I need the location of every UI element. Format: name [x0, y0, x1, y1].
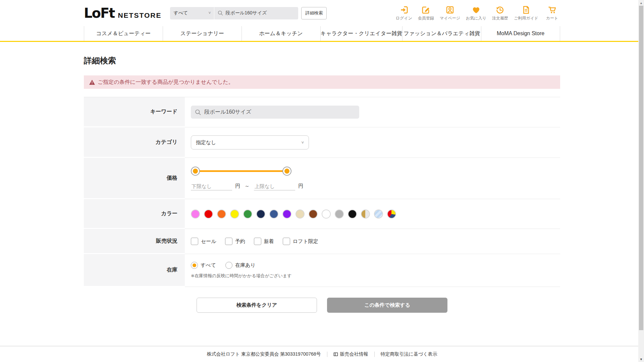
- nav-item-moma[interactable]: MoMA Design Store: [481, 26, 560, 41]
- price-row: 価格 円 ～ 円: [84, 158, 560, 199]
- member-register-icon: [421, 5, 430, 14]
- scrollbar-down-arrow[interactable]: ▼: [638, 356, 644, 362]
- header-search-input[interactable]: [226, 10, 295, 16]
- radio-stock-all-label: すべて: [201, 262, 216, 268]
- nav-item-stationery[interactable]: ステーショナリー: [163, 26, 241, 41]
- guide-link[interactable]: ご利用ガイド: [514, 5, 538, 21]
- color-swatch-navy[interactable]: [256, 209, 265, 219]
- clear-conditions-button[interactable]: 検索条件をクリア: [197, 298, 317, 313]
- keyword-row: キーワード: [84, 97, 560, 127]
- keyword-input[interactable]: [204, 109, 355, 115]
- error-message-text: ご指定の条件に一致する商品が見つかりませんでした。: [98, 79, 234, 86]
- member-register-link[interactable]: 会員登録: [418, 5, 434, 21]
- price-max-input[interactable]: [254, 182, 295, 190]
- nav-item-cosmetics[interactable]: コスメ＆ビューティー: [84, 26, 163, 41]
- checkbox-preorder-label: 予約: [235, 238, 245, 245]
- nav-item-character-goods[interactable]: キャラクター・クリエイター雑貨: [320, 26, 402, 41]
- color-swatch-orange[interactable]: [217, 209, 226, 219]
- price-range-separator: ～: [245, 183, 250, 189]
- checkbox-box[interactable]: [225, 238, 232, 245]
- price-slider-max-handle[interactable]: [282, 167, 291, 176]
- login-label: ログイン: [396, 15, 412, 21]
- price-max-unit: 円: [298, 183, 303, 189]
- checkbox-box[interactable]: [254, 238, 261, 245]
- nav-item-home-kitchen[interactable]: ホーム＆キッチン: [241, 26, 320, 41]
- radio-stock-in-stock[interactable]: 在庫あり: [225, 262, 256, 269]
- slider-track: [194, 170, 288, 172]
- checkbox-box[interactable]: [191, 238, 198, 245]
- search-with-conditions-button[interactable]: この条件で検索する: [327, 298, 447, 313]
- mypage-link[interactable]: マイページ: [440, 5, 460, 21]
- footer-divider: [327, 352, 327, 357]
- nav-item-fashion-variety[interactable]: ファッション＆バラエティ雑貨: [402, 26, 481, 41]
- color-swatch-brown[interactable]: [309, 209, 318, 219]
- color-swatch-blue[interactable]: [269, 209, 278, 219]
- footer-divider: [374, 352, 375, 357]
- color-swatches: [191, 209, 396, 219]
- cart-label: カート: [546, 15, 558, 21]
- loft-logo[interactable]: LoFt NETSTORE: [84, 5, 161, 21]
- radio-stock-in-stock-label: 在庫あり: [235, 262, 256, 268]
- checkbox-preorder[interactable]: 予約: [225, 238, 245, 245]
- login-link[interactable]: ログイン: [396, 5, 412, 21]
- price-range-slider: [191, 167, 291, 176]
- color-swatch-white[interactable]: [322, 209, 331, 219]
- login-icon: [399, 5, 409, 14]
- mypage-label: マイページ: [440, 15, 460, 21]
- guide-label: ご利用ガイド: [514, 15, 538, 21]
- footer-link-commercial-law[interactable]: 特定商取引法に基づく表示: [381, 351, 437, 357]
- footer-link-seller-info-label: 販売会社情報: [340, 351, 368, 357]
- advanced-search-form: キーワード カテゴリ 指定なし ˅: [84, 97, 560, 287]
- color-swatch-red[interactable]: [204, 209, 213, 219]
- detail-search-button[interactable]: 詳細検索: [301, 7, 327, 19]
- checkbox-loft-exclusive[interactable]: ロフト限定: [283, 238, 318, 245]
- header-search-field[interactable]: [214, 7, 298, 19]
- color-swatch-black[interactable]: [348, 209, 357, 219]
- scrollbar-up-arrow[interactable]: ▲: [638, 0, 644, 6]
- vertical-scrollbar[interactable]: ▲ ▼: [638, 0, 644, 362]
- favorites-link[interactable]: お気に入り: [466, 5, 486, 21]
- radio-stock-all[interactable]: すべて: [191, 262, 216, 269]
- color-swatch-clear[interactable]: [374, 209, 383, 219]
- radio-button[interactable]: [225, 262, 232, 269]
- category-selected-value: 指定なし: [196, 139, 216, 146]
- color-swatch-beige[interactable]: [296, 209, 305, 219]
- footer-company-text: 株式会社ロフト 東京都公安委員会 第303319700768号: [207, 351, 321, 357]
- color-swatch-gray[interactable]: [335, 209, 344, 219]
- search-category-value: すべて: [173, 10, 188, 16]
- category-select[interactable]: 指定なし ˅: [191, 135, 309, 149]
- favorites-heart-icon: [472, 5, 481, 14]
- no-results-error-banner: ご指定の条件に一致する商品が見つかりませんでした。: [84, 75, 560, 89]
- checkbox-box[interactable]: [283, 238, 290, 245]
- color-swatch-pink[interactable]: [191, 209, 200, 219]
- search-icon: [218, 10, 223, 16]
- price-min-input[interactable]: [191, 182, 232, 190]
- keyword-label: キーワード: [84, 97, 185, 127]
- price-label: 価格: [84, 158, 185, 199]
- checkbox-new[interactable]: 新着: [254, 238, 274, 245]
- scrollbar-thumb[interactable]: [639, 6, 643, 330]
- color-swatch-yellow[interactable]: [230, 209, 239, 219]
- site-header: LoFt NETSTORE すべて ˅ 詳細検索: [0, 0, 644, 42]
- keyword-field[interactable]: [191, 106, 359, 119]
- category-row: カテゴリ 指定なし ˅: [84, 127, 560, 158]
- order-history-link[interactable]: 注文履歴: [492, 5, 508, 21]
- color-swatch-purple[interactable]: [282, 209, 291, 219]
- logo-loft-text: LoFt: [84, 5, 114, 21]
- category-label: カテゴリ: [84, 127, 185, 158]
- sales-status-label: 販売状況: [84, 229, 185, 254]
- order-history-icon: [495, 5, 504, 14]
- main-content: 詳細検索 ご指定の条件に一致する商品が見つかりませんでした。 キーワード: [0, 42, 644, 346]
- radio-button-selected[interactable]: [191, 262, 198, 269]
- footer-link-seller-info[interactable]: 販売会社情報: [333, 351, 368, 357]
- color-swatch-green[interactable]: [243, 209, 252, 219]
- search-category-select[interactable]: すべて ˅: [170, 7, 214, 19]
- cart-link[interactable]: カート: [544, 5, 560, 21]
- price-slider-min-handle[interactable]: [191, 167, 200, 176]
- member-register-label: 会員登録: [418, 15, 434, 21]
- color-swatch-multicolor[interactable]: [387, 209, 396, 219]
- color-swatch-gold-silver[interactable]: [361, 209, 370, 219]
- checkbox-sale[interactable]: セール: [191, 238, 216, 245]
- sales-status-row: 販売状況 セール 予約 新着: [84, 229, 560, 254]
- order-history-label: 注文履歴: [492, 15, 508, 21]
